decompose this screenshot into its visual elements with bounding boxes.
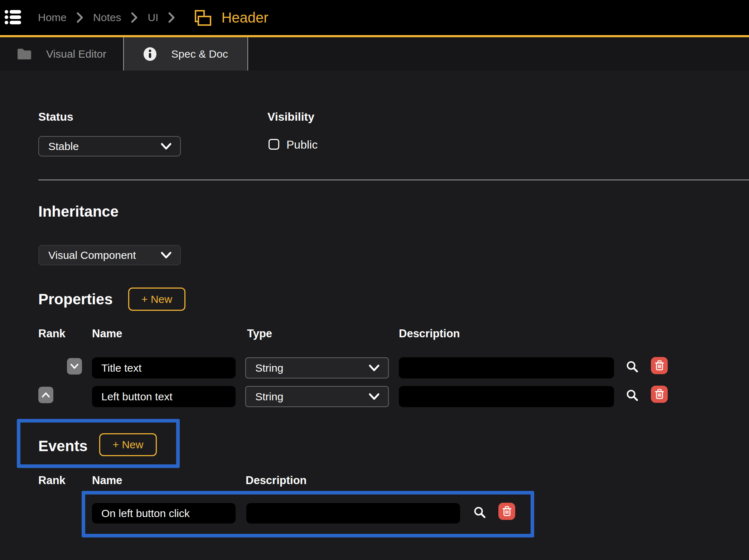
events-col-rank: Rank — [38, 474, 66, 487]
property-delete-button[interactable] — [651, 386, 668, 403]
breadcrumb-home[interactable]: Home — [38, 11, 67, 24]
properties-col-description: Description — [399, 327, 460, 340]
app-screen: Home Notes UI Header Visual E — [0, 0, 749, 560]
breadcrumb-notes[interactable]: Notes — [93, 11, 121, 24]
property-description-input[interactable] — [399, 357, 614, 378]
property-search-button[interactable] — [624, 359, 640, 375]
chevron-right-icon — [130, 11, 138, 24]
events-col-name: Name — [92, 474, 122, 487]
inheritance-heading: Inheritance — [38, 203, 119, 220]
property-delete-button[interactable] — [651, 357, 668, 374]
inheritance-select[interactable]: Visual Component — [38, 245, 181, 265]
event-name-value: On left button click — [101, 507, 190, 520]
chevron-up-icon — [41, 392, 50, 398]
visibility-label: Visibility — [267, 110, 314, 124]
property-type-select[interactable]: String — [245, 357, 389, 378]
chevron-down-icon — [160, 142, 172, 151]
event-search-button[interactable] — [472, 505, 488, 520]
component-overlapping-squares-icon — [195, 9, 211, 26]
chevron-down-icon — [368, 364, 380, 372]
tab-label: Visual Editor — [46, 48, 106, 60]
search-icon — [625, 388, 639, 402]
page-title: Header — [221, 10, 268, 26]
chevron-right-icon — [76, 11, 84, 24]
tab-spec-and-doc[interactable]: Spec & Doc — [123, 37, 248, 71]
chevron-right-icon — [168, 11, 175, 24]
status-select-value: Stable — [48, 140, 79, 153]
property-name-input[interactable]: Left button text — [92, 386, 236, 407]
property-type-select[interactable]: String — [245, 386, 389, 407]
trash-icon — [654, 389, 665, 400]
move-down-button[interactable] — [67, 358, 82, 375]
event-name-input[interactable]: On left button click — [92, 503, 236, 523]
property-name-input[interactable]: Title text — [92, 357, 236, 378]
move-up-button[interactable] — [38, 387, 53, 403]
trash-icon — [502, 506, 512, 517]
tab-visual-editor[interactable]: Visual Editor — [0, 37, 123, 71]
search-icon — [625, 359, 639, 374]
inheritance-select-value: Visual Component — [48, 249, 136, 261]
event-delete-button[interactable] — [498, 503, 515, 520]
properties-col-type: Type — [247, 327, 272, 340]
breadcrumb: Home Notes UI Header — [38, 0, 269, 35]
status-label: Status — [38, 110, 73, 124]
property-description-input[interactable] — [399, 386, 614, 407]
chevron-down-icon — [368, 392, 380, 401]
chevron-down-icon — [70, 363, 79, 370]
trash-icon — [654, 360, 665, 371]
property-search-button[interactable] — [624, 387, 640, 403]
properties-new-button[interactable]: + New — [128, 288, 185, 311]
events-heading: Events — [38, 438, 88, 455]
breadcrumb-ui[interactable]: UI — [148, 11, 158, 24]
property-name-value: Title text — [101, 362, 141, 374]
menu-list-icon[interactable] — [5, 9, 21, 25]
public-checkbox-label: Public — [286, 138, 318, 151]
info-icon — [143, 47, 157, 61]
search-icon — [473, 505, 487, 520]
property-name-value: Left button text — [101, 391, 172, 403]
folder-icon — [17, 48, 32, 60]
top-bar: Home Notes UI Header — [0, 0, 749, 35]
section-divider — [38, 179, 749, 180]
events-col-description: Description — [246, 474, 307, 487]
property-type-value: String — [255, 362, 283, 374]
public-checkbox[interactable] — [269, 139, 279, 150]
tab-label: Spec & Doc — [171, 48, 228, 60]
property-type-value: String — [255, 391, 283, 403]
tab-bar: Visual Editor Spec & Doc — [0, 37, 749, 71]
event-description-input[interactable] — [246, 503, 460, 523]
properties-heading: Properties — [38, 291, 113, 308]
chevron-down-icon — [160, 251, 172, 260]
properties-col-name: Name — [92, 327, 122, 340]
properties-col-rank: Rank — [38, 327, 66, 340]
status-select[interactable]: Stable — [38, 136, 181, 156]
events-new-button[interactable]: + New — [99, 433, 157, 456]
